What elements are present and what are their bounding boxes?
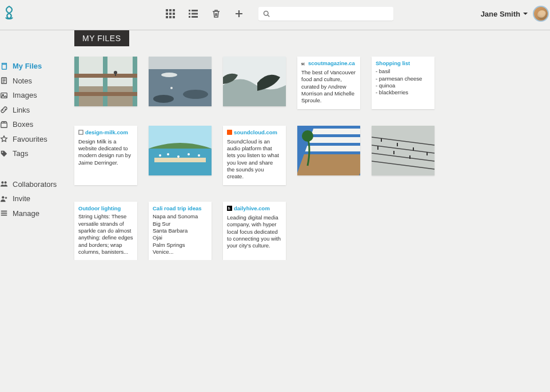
svg-rect-18 xyxy=(1,93,7,98)
file-card-image[interactable] xyxy=(372,126,435,175)
svg-rect-27 xyxy=(1,215,7,216)
sidebar-item-label: Boxes xyxy=(13,119,33,130)
avatar[interactable] xyxy=(533,6,549,22)
user-name-label: Jane Smith xyxy=(481,10,520,18)
user-plus-icon xyxy=(0,195,8,203)
trash-icon[interactable] xyxy=(212,9,221,18)
svg-rect-20 xyxy=(1,123,7,127)
chevron-down-icon xyxy=(523,11,528,17)
file-grid: SC scoutmagazine.ca The best of Vancouve… xyxy=(74,57,550,260)
note-icon xyxy=(0,77,8,85)
svg-point-50 xyxy=(159,154,161,157)
svg-point-42 xyxy=(170,87,173,89)
file-card-note-cali-road-trip[interactable]: Cali road trip ideas Napa and Sonoma Big… xyxy=(149,202,212,260)
grid-view-icon[interactable] xyxy=(166,9,175,18)
svg-rect-32 xyxy=(133,57,137,106)
file-card-image[interactable] xyxy=(297,126,360,175)
svg-rect-26 xyxy=(1,213,7,214)
sidebar-item-invite[interactable]: Invite xyxy=(0,191,74,206)
app-logo[interactable] xyxy=(1,6,17,22)
link-host: h dailyhive.com xyxy=(227,205,270,212)
card-body: SoundCloud is an audio platform that let… xyxy=(227,138,282,181)
tag-icon xyxy=(0,150,8,158)
svg-rect-5 xyxy=(173,13,175,15)
file-card-note-shopping-list[interactable]: Shopping list basil parmesan cheese quin… xyxy=(372,57,435,109)
svg-rect-13 xyxy=(189,16,190,18)
card-list: Napa and Sonoma Big Sur Santa Barbara Oj… xyxy=(153,213,208,255)
star-icon xyxy=(0,135,8,143)
svg-point-53 xyxy=(188,153,190,155)
sidebar-item-label: Favourites xyxy=(13,134,47,145)
file-card-link-scoutmagazine[interactable]: SC scoutmagazine.ca The best of Vancouve… xyxy=(297,57,360,109)
sidebar-item-boxes[interactable]: Boxes xyxy=(0,117,74,132)
svg-rect-4 xyxy=(169,13,172,15)
sidebar-item-label: Images xyxy=(13,90,37,101)
sidebar-item-label: Manage xyxy=(13,208,39,219)
sidebar-item-manage[interactable]: Manage xyxy=(0,206,74,221)
search-box[interactable] xyxy=(258,7,393,21)
card-title: Cali road trip ideas xyxy=(153,205,202,211)
sidebar-item-label: Notes xyxy=(13,75,32,87)
file-card-link-dailyhive[interactable]: h dailyhive.com Leading digital media co… xyxy=(223,202,286,260)
svg-rect-63 xyxy=(381,138,382,142)
card-title: Shopping list xyxy=(376,60,410,66)
link-host: soundcloud.com xyxy=(227,129,277,136)
file-card-link-soundcloud[interactable]: soundcloud.com SoundCloud is an audio pl… xyxy=(223,126,286,185)
svg-rect-25 xyxy=(1,211,7,212)
sidebar-item-links[interactable]: Links xyxy=(0,103,74,118)
card-body: String Lights: These versatile strands o… xyxy=(78,213,133,255)
add-icon[interactable] xyxy=(234,9,244,18)
sidebar-item-label: Invite xyxy=(13,193,30,205)
link-icon xyxy=(0,106,8,114)
svg-rect-6 xyxy=(166,16,168,18)
card-body: Leading digital media company, with hype… xyxy=(227,214,282,250)
sidebar-item-label: Tags xyxy=(13,148,28,159)
sidebar-item-collaborators[interactable]: Collaborators xyxy=(0,177,74,192)
svg-rect-58 xyxy=(308,137,360,143)
sidebar: My Files Notes Images Links Boxes xyxy=(0,30,74,260)
svg-text:SC: SC xyxy=(301,63,305,66)
card-body: The best of Vancouver food and culture, … xyxy=(301,69,356,105)
sidebar-item-tags[interactable]: Tags xyxy=(0,146,74,161)
svg-rect-7 xyxy=(169,16,172,18)
svg-rect-60 xyxy=(297,154,360,175)
svg-rect-38 xyxy=(149,57,212,69)
svg-rect-3 xyxy=(166,13,168,15)
search-icon xyxy=(263,10,270,17)
svg-rect-46 xyxy=(79,130,83,134)
file-card-link-design-milk[interactable]: design-milk.com Design Milk is a website… xyxy=(74,126,137,185)
sidebar-item-favourites[interactable]: Favourites xyxy=(0,132,74,147)
svg-point-51 xyxy=(167,153,169,155)
svg-point-52 xyxy=(177,155,180,158)
svg-rect-57 xyxy=(312,129,360,134)
file-card-note-outdoor-lighting[interactable]: Outdoor lighting String Lights: These ve… xyxy=(74,202,137,260)
svg-rect-9 xyxy=(189,10,190,11)
file-card-image[interactable] xyxy=(149,57,212,106)
svg-point-40 xyxy=(183,90,208,99)
sidebar-item-my-files[interactable]: My Files xyxy=(0,59,74,74)
svg-rect-49 xyxy=(154,158,206,162)
sidebar-item-label: Collaborators xyxy=(13,179,57,190)
svg-rect-11 xyxy=(189,13,190,15)
image-icon xyxy=(0,91,8,99)
search-input[interactable] xyxy=(273,10,389,18)
file-card-image[interactable] xyxy=(223,57,286,106)
svg-rect-65 xyxy=(413,147,414,151)
svg-rect-34 xyxy=(74,92,137,96)
svg-rect-1 xyxy=(169,9,172,11)
svg-point-15 xyxy=(264,11,269,16)
card-title: Outdoor lighting xyxy=(78,205,121,211)
svg-point-61 xyxy=(302,130,313,142)
box-icon xyxy=(0,121,8,129)
file-card-image[interactable] xyxy=(74,57,137,106)
svg-rect-55 xyxy=(227,130,232,135)
user-dropdown[interactable]: Jane Smith xyxy=(481,10,528,18)
sidebar-item-label: Links xyxy=(13,105,30,116)
list-view-icon[interactable] xyxy=(189,9,198,18)
file-card-image[interactable] xyxy=(149,126,212,175)
users-icon xyxy=(0,180,8,188)
sidebar-item-notes[interactable]: Notes xyxy=(0,74,74,89)
favicon-icon: SC xyxy=(301,61,306,66)
svg-rect-36 xyxy=(115,73,116,76)
sidebar-item-images[interactable]: Images xyxy=(0,88,74,103)
